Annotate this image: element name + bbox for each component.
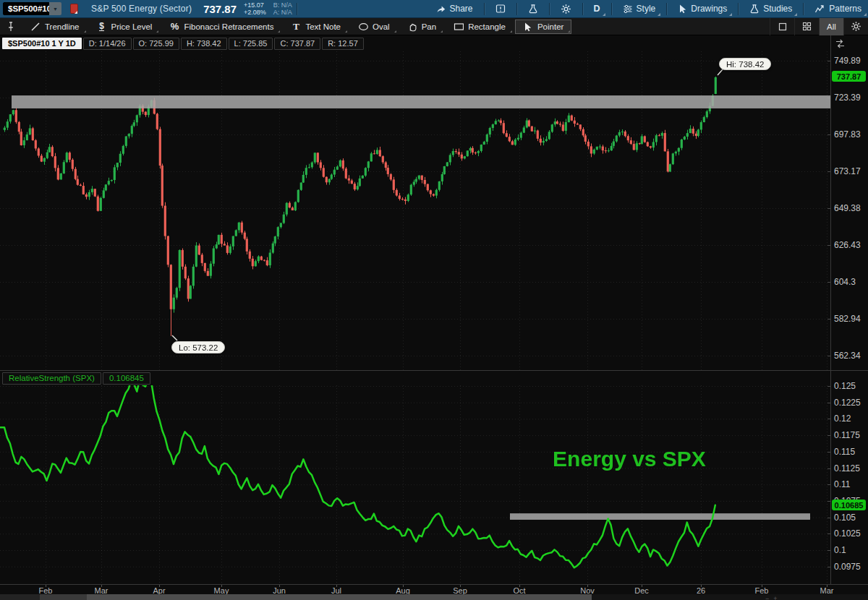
chart-settings-button[interactable] [554,0,578,18]
study-tick-label: 0.0975 [834,562,861,572]
symbol-input[interactable]: $SP500#10 [3,2,49,15]
tool-pan-button[interactable]: Pan [399,20,444,34]
tool-label: Oval [373,22,390,31]
last-price: 737.87 [203,3,237,15]
ohlc-fields: D: 1/14/26O: 725.99H: 738.42L: 725.85C: … [83,38,364,50]
price-tick-label: 649.38 [834,203,861,213]
study-tick-label: 0.1025 [834,528,861,539]
studies-button[interactable]: Studies [743,0,799,18]
style-sliders-icon [623,4,633,14]
panel-divider[interactable] [0,370,868,371]
timeframe-button[interactable]: D [587,0,607,18]
scrollbar-left-cap[interactable] [0,594,40,600]
style-label: Style [637,4,656,14]
study-annotation-text: Energy vs SPX [541,447,718,471]
divider [516,3,517,15]
divider [803,3,804,15]
toolbar-settings-button[interactable] [843,18,868,35]
drawings-label: Drawings [691,4,727,14]
grid-layout-button[interactable] [794,18,819,35]
study-tick-label: 0.1 [834,545,846,555]
ohlc-field: H: 738.42 [181,38,227,50]
study-tick-label: 0.125 [834,381,856,391]
divider [611,3,612,15]
price-tick-label: 749.89 [834,56,861,66]
change-percent: +2.08% [244,9,266,16]
tool-rectangle-button[interactable]: Rectangle [446,20,514,34]
tool-price-level-button[interactable]: $Price Level [89,20,161,34]
share-label: Share [450,4,473,14]
tool-pointer-button[interactable]: Pointer [515,20,571,34]
cursor-icon [678,4,687,14]
bid-ask: B: N/A A: N/A [273,1,292,16]
top-header-bar: $SP500#10 ▼ S&P 500 Energy (Sector) 737.… [0,0,868,18]
study-tick-label: 0.1175 [834,430,860,440]
maximize-icon [778,22,787,31]
tool-label: Pointer [537,22,563,31]
chevron-down-icon: ▼ [53,7,58,12]
analysis-tools-button[interactable] [522,0,545,18]
studies-label: Studies [763,4,792,14]
zoom-controls[interactable]: −+ [765,595,782,600]
tool-label: Text Note [305,22,341,31]
share-button[interactable]: Share [429,0,480,18]
pin-toolbar-icon[interactable] [7,22,14,32]
study-tick-label: 0.105 [834,513,856,523]
bid-value: B: N/A [273,1,292,9]
all-label: All [827,22,836,31]
gear-icon [561,4,571,14]
price-chart-canvas[interactable] [0,51,830,370]
note-alert-icon [495,4,506,14]
rectangle-icon [454,22,464,31]
price-level-icon: $ [97,22,107,31]
symbol-dropdown-button[interactable]: ▼ [49,2,61,15]
grid-icon [802,22,812,31]
calendar-note-button[interactable] [489,0,512,18]
study-tick-label: 0.1225 [834,398,861,408]
study-header-row: RelativeStrength (SPX) 0.106845 [0,371,150,385]
tool-trendline-button[interactable]: Trendline [22,20,88,34]
price-tick-label: 697.83 [834,129,861,140]
divider [297,3,297,15]
gear-icon [851,21,861,32]
price-change: +15.07 +2.08% [244,1,266,16]
drawing-toolbar: Trendline$Price Level%Fibonacci Retracem… [0,18,868,35]
flask-icon [528,4,538,14]
price-tick-label: 582.94 [834,314,861,324]
high-price-bubble: Hi: 738.42 [719,58,771,70]
study-tick-label: 0.1125 [834,463,860,473]
tool-text-note-button[interactable]: TText Note [283,20,349,34]
timeframe-label: D [594,4,600,14]
ohlc-field: D: 1/14/26 [83,38,132,50]
scrollbar-button[interactable] [40,594,87,600]
study-chart-canvas[interactable] [0,385,830,584]
patterns-button[interactable]: Patterns [808,0,868,18]
study-label-box[interactable]: RelativeStrength (SPX) [2,372,101,385]
pattern-zigzag-icon [814,4,825,14]
low-price-bubble: Lo: 573.22 [171,341,225,353]
style-button[interactable]: Style [616,0,663,18]
ohlc-field: R: 12.57 [322,38,364,50]
chart-scrollbar[interactable]: −+ [0,594,868,600]
all-panels-button[interactable]: All [819,18,843,35]
symbol-timeframe-tag: $SP500#10 1 Y 1D [2,38,82,49]
price-tick-label: 626.43 [834,240,861,250]
change-value: +15.07 [244,1,266,9]
scrollbar-thumb[interactable] [87,594,592,600]
tool-fibonacci-retracements-button[interactable]: %Fibonacci Retracements [161,20,281,34]
axis-reset-icon[interactable] [834,38,846,51]
symbol-text: $SP500#10 [8,4,51,13]
pointer-icon [523,22,533,32]
tool-oval-button[interactable]: Oval [350,20,398,34]
maximize-chart-button[interactable] [770,18,794,35]
ohlc-field: C: 737.87 [274,38,320,50]
price-tick-label: 604.3 [834,277,856,287]
drawings-button[interactable]: Drawings [671,0,733,18]
instrument-flag-icon[interactable] [70,4,78,14]
flask-icon [749,4,760,14]
text-note-icon: T [291,21,301,33]
tool-label: Pan [422,22,436,31]
study-tick-label: 0.12 [834,413,851,424]
share-icon [435,4,446,14]
symbol-description: S&P 500 Energy (Sector) [91,4,192,14]
